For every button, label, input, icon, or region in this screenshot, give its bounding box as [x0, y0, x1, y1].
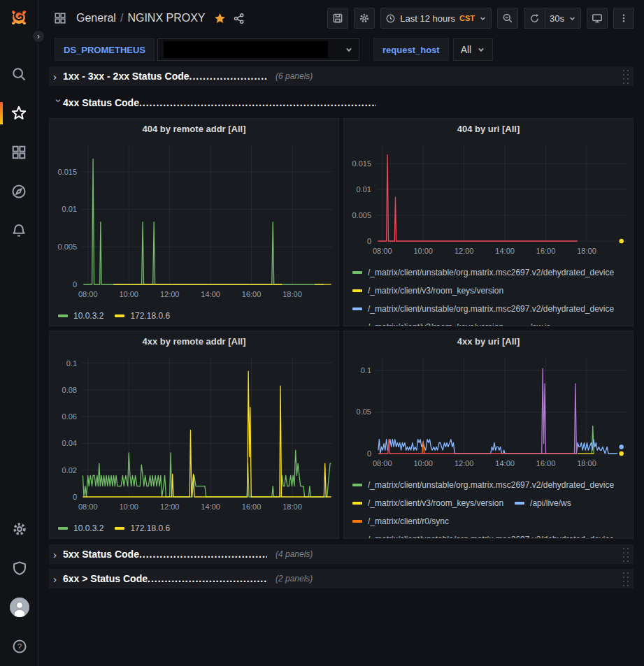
row-drag-handle[interactable] [622, 546, 629, 563]
legend-swatch [352, 289, 362, 292]
row-panel-count: (4 panels) [276, 549, 313, 559]
legend-item[interactable]: /api/live/ws [515, 494, 571, 512]
sidebar-item-server-admin[interactable] [0, 557, 38, 579]
row-4xx[interactable]: › 4xx Status Code ......................… [49, 93, 634, 113]
save-dashboard-button[interactable] [327, 8, 348, 29]
legend-label: 10.0.3.2 [73, 523, 103, 533]
legend-item[interactable]: /_matrix/client/unstable/org.matrix.msc2… [352, 263, 614, 282]
time-range-picker[interactable]: Last 12 hours CST [380, 8, 492, 29]
top-navbar: General/NGINX PROXY Last 12 hours [38, 0, 644, 36]
legend-item[interactable]: /_matrix/client/v3/room_keys/version [352, 318, 503, 326]
row-title[interactable]: 1xx - 3xx - 2xx Status Code [63, 71, 189, 82]
breadcrumb-section[interactable]: General [76, 12, 116, 24]
svg-text:18:00: 18:00 [577, 459, 596, 468]
svg-text:08:00: 08:00 [78, 502, 98, 511]
row-6xx[interactable]: › 6xx > Status Code ....................… [49, 569, 634, 588]
svg-text:0.015: 0.015 [352, 159, 371, 168]
legend-label: 172.18.0.6 [130, 523, 170, 533]
zoom-out-time-button[interactable] [497, 8, 518, 29]
svg-text:0: 0 [73, 280, 77, 289]
row-title[interactable]: 4xx Status Code [63, 97, 139, 108]
breadcrumb[interactable]: General/NGINX PROXY [76, 12, 206, 24]
sidebar-item-starred[interactable] [0, 102, 38, 124]
row-title[interactable]: 5xx Status Code [63, 549, 139, 560]
panel-title[interactable]: 404 by uri [All] [344, 119, 633, 138]
panel-title[interactable]: 404 by remote addr [All] [50, 119, 338, 138]
panel-legend: 10.0.3.2172.18.0.6 [50, 519, 338, 539]
legend-swatch [352, 538, 362, 539]
legend-item[interactable]: /_matrix/client/unstable/org.matrix.msc2… [352, 476, 614, 494]
legend-item[interactable]: /_matrix/client/unstable/org.matrix.msc2… [352, 300, 614, 318]
legend-item[interactable]: /sw.js [515, 318, 550, 326]
grafana-logo[interactable] [8, 7, 29, 28]
dashboard-grid-icon [54, 12, 66, 24]
panel-title[interactable]: 4xx by remote addr [All] [50, 331, 338, 351]
svg-text:10:00: 10:00 [413, 459, 433, 468]
sidebar-item-search[interactable] [0, 63, 38, 85]
svg-text:16:00: 16:00 [242, 502, 262, 511]
variable-ds-prometheus-label[interactable]: DS_PROMETHEUS [55, 38, 155, 61]
help-icon: ? [12, 639, 27, 654]
legend-label: /sw.js [530, 322, 550, 326]
dashboard-settings-button[interactable] [354, 8, 375, 29]
timeseries-chart[interactable]: 08:0010:0012:0014:0016:0018:0000.020.040… [50, 351, 338, 519]
sidebar-item-configuration[interactable] [0, 518, 38, 540]
timeseries-chart[interactable]: 08:0010:0012:0014:0016:0018:0000.050.1 [344, 351, 633, 476]
svg-text:12:00: 12:00 [160, 290, 180, 298]
breadcrumb-dashboard[interactable]: NGINX PROXY [127, 12, 205, 24]
sidebar-item-profile[interactable] [0, 596, 38, 618]
svg-text:0: 0 [367, 449, 371, 458]
legend-item[interactable]: 10.0.3.2 [58, 519, 103, 537]
row-title[interactable]: 6xx > Status Code [63, 573, 148, 584]
sidebar-item-help[interactable]: ? [0, 635, 38, 658]
favorite-star-icon[interactable] [214, 13, 226, 24]
sidebar: ? [0, 0, 38, 666]
search-icon [11, 66, 27, 82]
row-drag-handle[interactable] [622, 571, 629, 587]
svg-text:0.1: 0.1 [66, 359, 77, 368]
panel-grid: 404 by remote addr [All] 08:0010:0012:00… [49, 118, 634, 539]
legend-swatch [58, 314, 68, 317]
svg-text:12:00: 12:00 [160, 502, 180, 511]
svg-text:?: ? [17, 642, 22, 651]
row-panel-count: (6 panels) [276, 71, 313, 81]
legend-swatch [352, 520, 362, 523]
refresh-button[interactable] [524, 8, 545, 29]
legend-item[interactable]: /_matrix/client/v3/room_keys/version [352, 494, 503, 512]
time-range-label: Last 12 hours [400, 13, 455, 24]
legend-label: /_matrix/client/r0/sync [368, 516, 449, 526]
cycle-view-mode-button[interactable] [587, 8, 608, 29]
svg-text:0.01: 0.01 [62, 205, 77, 213]
legend-item[interactable]: 172.18.0.6 [115, 307, 170, 325]
sidebar-item-explore[interactable] [0, 180, 38, 203]
row-5xx[interactable]: › 5xx Status Code ......................… [49, 544, 634, 564]
save-icon [332, 13, 343, 24]
share-icon[interactable] [233, 13, 245, 24]
row-drag-handle[interactable] [622, 68, 629, 85]
variable-request-host-select[interactable]: All [453, 38, 494, 61]
chevron-right-icon: › [53, 549, 63, 560]
timeseries-chart[interactable]: 08:0010:0012:0014:0016:0018:0000.0050.01… [344, 138, 633, 263]
refresh-interval-picker[interactable]: 30s [545, 8, 581, 29]
legend-item[interactable]: 10.0.3.2 [58, 307, 103, 325]
legend-item[interactable]: 172.18.0.6 [115, 519, 170, 537]
variable-ds-prometheus-select[interactable] [157, 38, 359, 61]
legend-item[interactable]: /_matrix/client/unstable/org.matrix.msc2… [352, 530, 614, 539]
legend-swatch [515, 502, 524, 505]
row-1xx-3xx-2xx[interactable]: › 1xx - 3xx - 2xx Status Code ..........… [49, 66, 634, 86]
legend-item[interactable]: /_matrix/client/v3/room_keys/version [352, 282, 503, 300]
legend-item[interactable]: /_matrix/client/r0/sync [352, 512, 449, 530]
svg-text:12:00: 12:00 [455, 459, 474, 468]
more-options-button[interactable] [613, 8, 634, 29]
sidebar-item-dashboards[interactable] [0, 141, 38, 164]
svg-text:14:00: 14:00 [201, 290, 220, 298]
sidebar-expand-button[interactable]: › [31, 29, 45, 43]
svg-text:0.06: 0.06 [62, 412, 77, 421]
timeseries-chart[interactable]: 08:0010:0012:0014:0016:0018:0000.0050.01… [50, 138, 338, 307]
panel-title[interactable]: 4xx by uri [All] [344, 331, 633, 351]
variable-request-host-label[interactable]: request_host [373, 38, 449, 61]
svg-text:08:00: 08:00 [373, 247, 392, 255]
svg-text:18:00: 18:00 [577, 247, 596, 255]
svg-text:08:00: 08:00 [78, 290, 98, 298]
sidebar-item-alerting[interactable] [0, 219, 38, 242]
